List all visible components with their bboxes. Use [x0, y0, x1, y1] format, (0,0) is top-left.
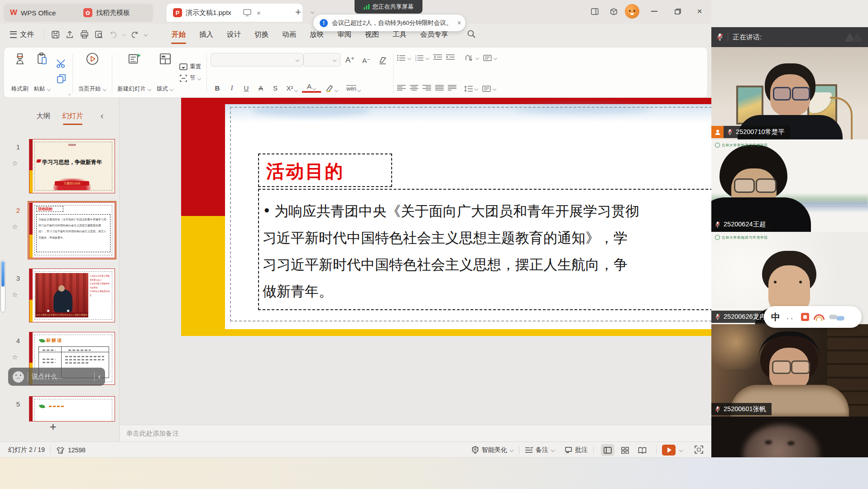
tab-wps-home[interactable]: W WPS Office — [4, 4, 85, 22]
slide-star-icon[interactable]: ☆ — [12, 223, 18, 231]
layout-button[interactable]: 版式 — [154, 50, 176, 96]
rainbow-skin-icon[interactable] — [814, 314, 825, 320]
menu-tab-home[interactable]: 开始 — [165, 24, 192, 45]
bold-button[interactable]: B — [211, 81, 224, 93]
font-color-button[interactable]: A — [302, 81, 321, 93]
undo-chevron-icon[interactable] — [122, 33, 126, 36]
tab-docer[interactable]: ✿ 找稻壳模板 — [77, 4, 153, 22]
text-direction-button[interactable] — [465, 55, 479, 61]
redo-icon[interactable] — [129, 29, 141, 40]
justify-button[interactable] — [435, 85, 444, 93]
tab-document[interactable]: P 演示文稿1.pptx × — [167, 4, 302, 22]
slide-thumbnail-1[interactable]: 252028 学习习思想，争做新青年 主题团日活动 — [29, 139, 115, 193]
text-shadow-button[interactable]: S — [269, 81, 282, 93]
decrease-font-button[interactable]: A⁻ — [360, 54, 373, 66]
smart-beautify-button[interactable]: 智能美化 — [471, 446, 513, 454]
redo-chevron-icon[interactable] — [144, 33, 148, 36]
line-spacing-button[interactable] — [464, 86, 478, 92]
tab-close-icon[interactable]: × — [257, 9, 261, 17]
superscript-button[interactable]: X² — [283, 81, 301, 93]
chat-collapse-icon[interactable]: ‹ — [98, 373, 101, 381]
undo-icon[interactable] — [107, 29, 119, 40]
chat-input-placeholder[interactable]: 说点什么... — [32, 373, 91, 381]
format-painter-button[interactable]: 格式刷 — [9, 50, 31, 96]
tab-slides[interactable]: 幻灯片 — [62, 111, 83, 121]
slide-thumbnail-3[interactable]: 在学习贯彻习近平新时代中国特色社会主义思想主题教育工作会议上的讲话 1.深刻认识… — [29, 268, 115, 322]
ime-toolbar[interactable]: 中 ，。 — [764, 306, 862, 328]
stickers-icon[interactable] — [606, 5, 621, 18]
slide-title-box[interactable]: 活动目的 — [258, 153, 392, 187]
ime-tools-icon[interactable] — [801, 313, 809, 321]
align-text-vertical-button[interactable] — [483, 55, 497, 61]
export-icon[interactable] — [64, 29, 76, 40]
slideshow-play-button[interactable] — [662, 445, 676, 455]
play-from-page-button[interactable]: 当页开始 — [76, 50, 109, 96]
align-right-button[interactable] — [422, 85, 431, 93]
notes-bar[interactable]: 单击此处添加备注 — [120, 425, 711, 441]
video-tile-participant-4[interactable]: 25200601张帆 — [711, 324, 868, 417]
user-avatar[interactable] — [625, 4, 639, 19]
ime-mode-indicator[interactable]: 中 — [771, 311, 780, 323]
new-slide-button[interactable]: 新建幻灯片 — [115, 50, 154, 96]
panel-toggle-icon[interactable] — [587, 5, 602, 18]
clear-format-button[interactable] — [376, 54, 389, 66]
slide-sorter-view-button[interactable] — [618, 444, 632, 456]
copy-button[interactable] — [57, 74, 67, 86]
numbered-list-button[interactable]: 123 — [415, 55, 429, 61]
reset-button[interactable]: 重置 — [179, 63, 201, 71]
paragraph-settings-button[interactable] — [482, 86, 496, 92]
section-button[interactable]: 节 — [179, 74, 201, 82]
tab-list-chevron-icon[interactable] — [311, 10, 314, 14]
paste-button[interactable]: 粘贴 — [31, 50, 53, 96]
underline-button[interactable]: U — [240, 81, 253, 93]
comments-button[interactable]: 批注 — [565, 446, 588, 454]
collapse-panel-icon[interactable]: ‹ — [101, 110, 104, 121]
clipboard-dialog-launcher[interactable]: ⌟ — [68, 91, 71, 96]
slide-star-icon[interactable]: ☆ — [12, 291, 18, 299]
video-tile-participant-1[interactable]: 25200710常楚平 — [711, 47, 868, 139]
tab-outline[interactable]: 大纲 — [36, 111, 50, 121]
slide-thumbnail-5[interactable] — [29, 396, 115, 422]
ime-punct-indicator[interactable]: ，。 — [785, 313, 796, 321]
restore-button[interactable] — [670, 5, 686, 18]
close-button[interactable]: × — [692, 5, 707, 18]
notes-toggle-button[interactable]: 备注 — [525, 446, 555, 454]
menu-tab-animation[interactable]: 动画 — [275, 24, 303, 45]
menu-tab-transition[interactable]: 切换 — [248, 24, 275, 45]
ribbon-search-icon[interactable] — [467, 29, 477, 39]
slide-canvas[interactable]: 活动目的 •为响应共青团中央《关于面向广大团员和青年开展学习贯彻 习近平新时代中… — [120, 98, 711, 425]
decrease-indent-button[interactable] — [433, 54, 442, 62]
highlight-button[interactable] — [322, 81, 342, 93]
cut-button[interactable] — [56, 59, 67, 70]
distribute-button[interactable] — [448, 85, 456, 93]
emoji-icon[interactable] — [13, 371, 24, 383]
file-menu[interactable]: 文件 — [0, 30, 40, 39]
reading-view-button[interactable] — [635, 444, 649, 456]
pinyin-guide-button[interactable]: wén — [343, 81, 364, 93]
normal-view-button[interactable] — [601, 444, 614, 456]
slide-star-icon[interactable]: ☆ — [12, 159, 18, 168]
video-tile-participant-2[interactable]: 吉林大学新能源与环境学院 25200624王超 — [711, 139, 868, 232]
menu-tab-insert[interactable]: 插入 — [192, 24, 220, 45]
align-center-button[interactable] — [410, 85, 418, 93]
print-preview-icon[interactable] — [93, 29, 105, 40]
slide-thumbnail-2-current[interactable]: 活动目的 为响应共青团中央《关于面向广大团员和青年开展学习贯彻习近平新时代中国特… — [29, 202, 115, 258]
font-size-select[interactable] — [303, 53, 340, 67]
italic-button[interactable]: I — [225, 81, 239, 93]
slide-star-icon[interactable]: ☆ — [12, 353, 18, 361]
align-left-button[interactable] — [397, 85, 406, 93]
font-family-select[interactable] — [211, 53, 303, 67]
slide-body-box[interactable]: •为响应共青团中央《关于面向广大团员和青年开展学习贯彻 习近平新时代中国特色社会… — [258, 189, 711, 310]
meeting-chat-bar[interactable]: 说点什么... ‹ — [8, 368, 105, 386]
save-icon[interactable] — [49, 29, 61, 40]
print-icon[interactable] — [78, 29, 90, 40]
increase-font-button[interactable]: A⁺ — [343, 54, 357, 66]
menu-tab-design[interactable]: 设计 — [220, 24, 248, 45]
fullscreen-button[interactable] — [695, 446, 703, 455]
increase-indent-button[interactable] — [446, 54, 455, 62]
minimize-button[interactable] — [647, 5, 662, 18]
play-options-chevron-icon[interactable] — [679, 448, 683, 452]
bullet-list-button[interactable] — [397, 55, 411, 61]
panel-scrollbar[interactable] — [0, 260, 5, 312]
toast-close-icon[interactable]: × — [457, 19, 461, 27]
